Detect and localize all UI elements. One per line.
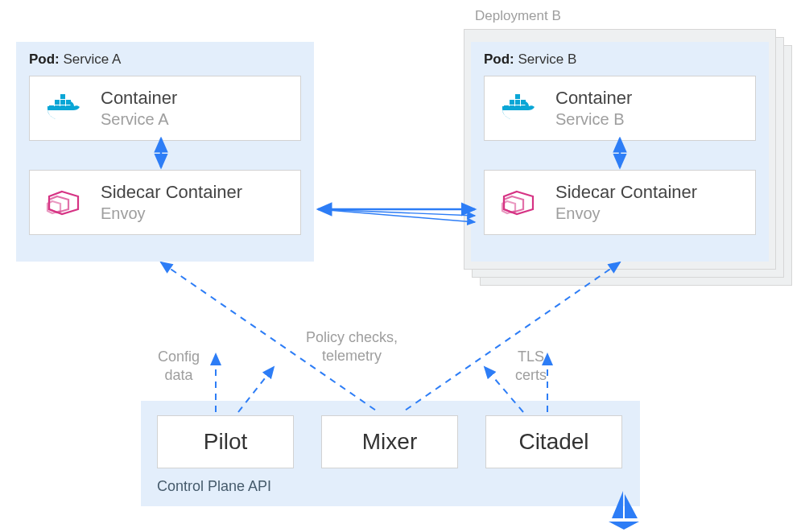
- pod-b-sidecar: Sidecar Container Envoy: [484, 170, 756, 235]
- svg-line-31: [318, 209, 475, 222]
- svg-line-30: [318, 209, 475, 216]
- pod-b-title: Pod: Service B: [484, 52, 756, 68]
- control-plane-label: Control Plane API: [157, 478, 624, 495]
- svg-marker-24: [609, 522, 639, 530]
- svg-marker-23: [625, 494, 638, 518]
- svg-rect-4: [55, 100, 60, 105]
- pod-b-container-title: Container: [555, 88, 632, 109]
- svg-marker-9: [49, 196, 68, 212]
- deployment-label: Deployment B: [475, 8, 561, 24]
- pod-a-title-prefix: Pod:: [29, 52, 60, 67]
- pilot-card: Pilot: [157, 415, 294, 468]
- pod-b-container-sub: Service B: [555, 110, 632, 129]
- pod-b: Pod: Service B Container Service B: [471, 42, 769, 262]
- docker-icon: [44, 91, 83, 126]
- pod-b-sidecar-title: Sidecar Container: [555, 182, 697, 203]
- control-plane: Pilot Mixer Citadel Control Plane API: [141, 401, 640, 506]
- pod-b-container: Container Service B: [484, 76, 756, 141]
- pod-b-sidecar-sub: Envoy: [555, 204, 697, 223]
- svg-marker-22: [612, 491, 623, 518]
- svg-marker-20: [504, 196, 523, 212]
- svg-rect-17: [521, 100, 526, 105]
- pod-b-title-prefix: Pod:: [484, 52, 514, 67]
- pod-b-title-name: Service B: [518, 52, 577, 67]
- pod-a-container-sub: Service A: [101, 110, 177, 129]
- annotation-policy: Policy checks, telemetry: [306, 328, 398, 366]
- pod-a-sidecar-title: Sidecar Container: [101, 182, 242, 203]
- pod-a: Pod: Service A Container Service A: [16, 42, 314, 262]
- pod-a-title: Pod: Service A: [29, 52, 301, 68]
- citadel-card: Citadel: [485, 415, 622, 468]
- mixer-card: Mixer: [321, 415, 458, 468]
- envoy-icon: [44, 185, 83, 221]
- annotation-config: Config data: [158, 348, 200, 386]
- svg-rect-5: [60, 100, 65, 105]
- svg-rect-7: [60, 94, 65, 99]
- pod-a-sidecar: Sidecar Container Envoy: [29, 170, 301, 235]
- svg-rect-16: [515, 100, 520, 105]
- pod-a-container: Container Service A: [29, 76, 301, 141]
- pod-a-title-name: Service A: [64, 52, 122, 67]
- istio-logo-icon: [605, 489, 642, 530]
- envoy-icon: [499, 185, 538, 221]
- svg-rect-6: [66, 100, 71, 105]
- annotation-tls: TLS certs: [515, 348, 547, 386]
- docker-icon: [499, 91, 538, 126]
- pod-a-sidecar-sub: Envoy: [101, 204, 242, 223]
- svg-rect-18: [515, 94, 520, 99]
- svg-rect-15: [510, 100, 514, 105]
- pod-a-container-title: Container: [101, 88, 177, 109]
